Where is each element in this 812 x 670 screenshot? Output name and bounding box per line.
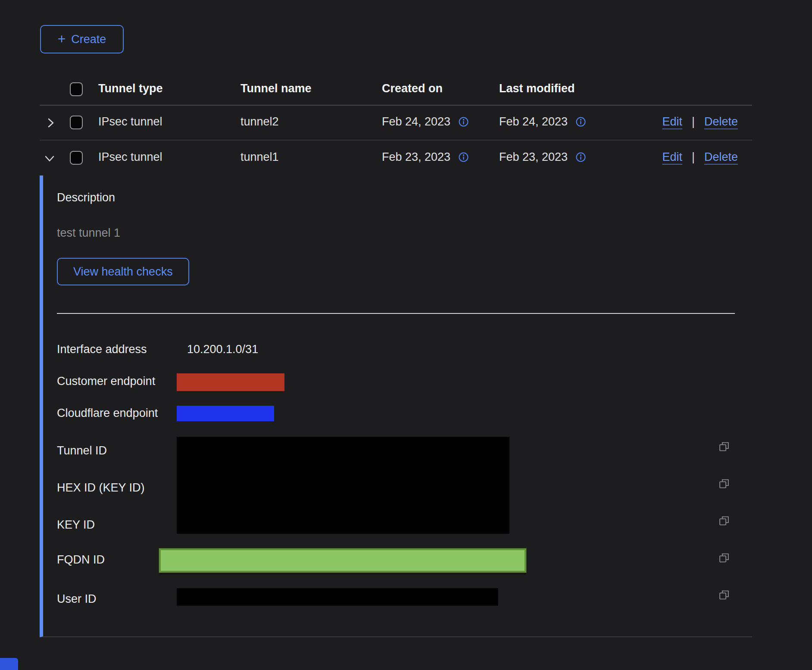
plus-icon: +: [58, 32, 66, 46]
chevron-right-icon[interactable]: [44, 116, 57, 129]
column-header-last-modified: Last modified: [499, 82, 575, 95]
cloudflare-endpoint-redaction: [177, 406, 274, 421]
copy-icon[interactable]: [718, 441, 730, 453]
copy-icon[interactable]: [718, 478, 730, 490]
key-id-label: KEY ID: [57, 518, 95, 532]
copy-icon[interactable]: [718, 515, 730, 527]
edit-link[interactable]: Edit: [662, 115, 682, 128]
customer-endpoint-label: Customer endpoint: [57, 375, 155, 388]
cell-tunnel-type: IPsec tunnel: [98, 115, 162, 128]
fqdn-id-redaction: [159, 548, 526, 573]
tunnels-page: + Create Tunnel type Tunnel name Created…: [0, 0, 812, 670]
last-modified-value: Feb 24, 2023: [499, 115, 568, 128]
header-divider: [40, 105, 752, 106]
chevron-down-icon[interactable]: [43, 152, 56, 165]
copy-icon[interactable]: [718, 552, 730, 564]
action-separator: |: [692, 150, 695, 164]
delete-link[interactable]: Delete: [704, 150, 738, 164]
select-all-checkbox[interactable]: [70, 82, 83, 96]
cell-tunnel-name: tunnel2: [240, 115, 279, 128]
cell-tunnel-type: IPsec tunnel: [98, 150, 162, 164]
delete-link[interactable]: Delete: [704, 115, 738, 128]
info-icon[interactable]: [458, 152, 469, 163]
hex-id-label: HEX ID (KEY ID): [57, 481, 145, 495]
partial-button-bottom-left[interactable]: [0, 658, 18, 670]
row-checkbox[interactable]: [70, 151, 83, 165]
info-icon[interactable]: [575, 152, 586, 163]
cell-tunnel-name: tunnel1: [240, 150, 279, 164]
cloudflare-endpoint-label: Cloudflare endpoint: [57, 407, 158, 420]
customer-endpoint-redaction: [177, 373, 284, 391]
column-header-tunnel-type: Tunnel type: [98, 82, 163, 95]
column-header-created-on: Created on: [382, 82, 443, 95]
cell-created-on: Feb 23, 2023: [382, 150, 469, 164]
created-on-value: Feb 23, 2023: [382, 150, 450, 164]
ids-redaction: [177, 437, 509, 534]
cell-last-modified: Feb 24, 2023: [499, 115, 586, 128]
info-icon[interactable]: [575, 116, 586, 127]
tunnel-id-label: Tunnel ID: [57, 444, 107, 457]
row-actions: Edit | Delete: [662, 150, 738, 164]
tunnel-fields: Interface address 10.200.1.0/31 Customer…: [57, 341, 752, 625]
tunnel-detail-panel: Description test tunnel 1 View health ch…: [40, 175, 752, 637]
row-checkbox[interactable]: [70, 116, 83, 129]
create-button[interactable]: + Create: [40, 25, 124, 53]
cell-last-modified: Feb 23, 2023: [499, 150, 586, 164]
description-label: Description: [57, 191, 115, 204]
last-modified-value: Feb 23, 2023: [499, 150, 568, 164]
create-button-label: Create: [71, 33, 106, 46]
interface-address-value: 10.200.1.0/31: [187, 343, 258, 356]
row-actions: Edit | Delete: [662, 115, 738, 128]
fqdn-id-label: FQDN ID: [57, 553, 105, 567]
interface-address-label: Interface address: [57, 343, 147, 356]
cell-created-on: Feb 24, 2023: [382, 115, 469, 128]
user-id-redaction: [177, 588, 498, 606]
column-header-tunnel-name: Tunnel name: [240, 82, 312, 95]
copy-icon[interactable]: [718, 589, 730, 601]
section-divider: [57, 313, 735, 314]
row-divider: [40, 140, 752, 141]
view-health-checks-button[interactable]: View health checks: [57, 258, 189, 285]
created-on-value: Feb 24, 2023: [382, 115, 450, 128]
action-separator: |: [692, 115, 695, 128]
description-value: test tunnel 1: [57, 226, 120, 240]
user-id-label: User ID: [57, 592, 97, 606]
info-icon[interactable]: [458, 116, 469, 127]
edit-link[interactable]: Edit: [662, 150, 682, 164]
